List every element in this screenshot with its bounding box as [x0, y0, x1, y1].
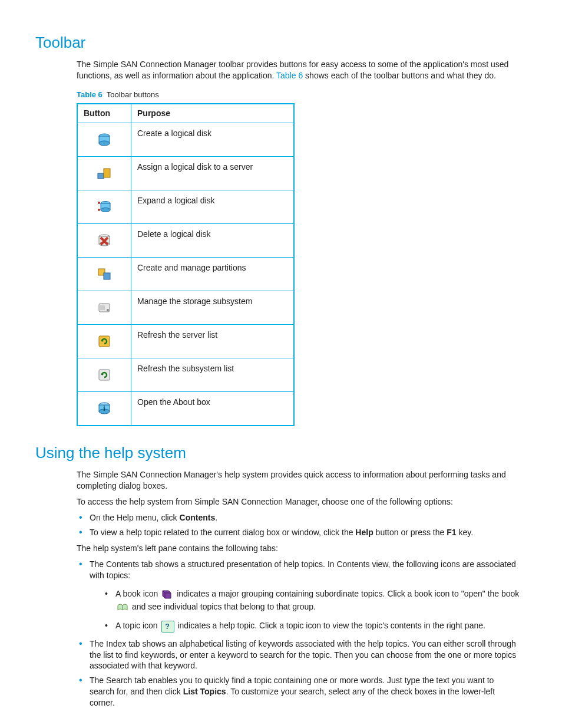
table-6-link[interactable]: Table 6 — [276, 71, 303, 80]
access-options-list: On the Help menu, click Contents. To vie… — [77, 512, 521, 538]
purpose-cell: Delete a logical disk — [131, 224, 295, 258]
expand-logical-disk-icon — [97, 200, 112, 214]
text: indicates a major grouping containing su… — [174, 589, 519, 598]
purpose-cell: Refresh the server list — [131, 325, 295, 358]
table-row: i Open the About box — [77, 392, 294, 426]
table-caption: Table 6 Toolbar buttons — [77, 90, 521, 100]
table-row: Delete a logical disk — [77, 224, 294, 258]
text: indicates a help topic. Click a topic ic… — [176, 621, 485, 630]
index-tab-desc: The Index tab shows an alphabetical list… — [90, 639, 516, 671]
text: key. — [457, 528, 474, 537]
list-item: The Search tab enables you to quickly fi… — [77, 675, 521, 709]
purpose-cell: Open the About box — [131, 392, 295, 426]
list-item: The Index tab shows an alphabetical list… — [77, 638, 521, 672]
text: and see individual topics that belong to… — [130, 602, 316, 611]
section-heading-help-system: Using the help system — [35, 443, 527, 463]
toolbar-intro: The Simple SAN Connection Manager toolba… — [77, 59, 521, 81]
svg-point-2 — [99, 141, 110, 146]
help-p3: The help system's left pane contains the… — [77, 543, 521, 554]
text: . — [215, 513, 217, 522]
list-item: A topic icon ? indicates a help topic. C… — [104, 619, 521, 632]
table-row: Refresh the subsystem list — [77, 358, 294, 392]
about-box-icon: i — [97, 401, 112, 416]
create-manage-partitions-icon — [97, 267, 112, 281]
table-row: Manage the storage subsystem — [77, 291, 294, 325]
bold-contents: Contents — [180, 513, 216, 522]
table-row: Create and manage partitions — [77, 258, 294, 291]
text: To view a help topic related to the curr… — [90, 528, 355, 537]
list-item: To view a help topic related to the curr… — [77, 527, 521, 538]
intro-text-b: shows each of the toolbar buttons and wh… — [303, 71, 496, 80]
contents-tab-desc: The Contents tab shows a structured pres… — [90, 559, 516, 580]
table-row: Expand a logical disk — [77, 190, 294, 224]
refresh-server-list-icon — [97, 334, 112, 348]
text: A topic icon — [115, 621, 160, 630]
table-row: Refresh the server list — [77, 325, 294, 358]
list-item: The Contents tab shows a structured pres… — [77, 559, 521, 633]
th-purpose: Purpose — [131, 104, 295, 123]
svg-rect-3 — [98, 173, 104, 179]
text: button or press the — [373, 528, 447, 537]
table-row: Assign a logical disk to a server — [77, 157, 294, 190]
list-item: A book icon indicates a major grouping c… — [104, 587, 521, 614]
purpose-cell: Manage the storage subsystem — [131, 291, 295, 325]
bold-list-topics: List Topics — [183, 687, 226, 696]
delete-logical-disk-icon — [97, 233, 112, 248]
toolbar-buttons-table: Button Purpose Create a logical disk Ass… — [77, 103, 295, 426]
bold-f1: F1 — [447, 528, 456, 537]
create-logical-disk-icon — [97, 133, 112, 147]
svg-text:?: ? — [165, 622, 170, 631]
svg-point-15 — [107, 309, 109, 311]
svg-rect-14 — [100, 305, 105, 310]
text: On the Help menu, click — [90, 513, 180, 522]
list-item: On the Help menu, click Contents. — [77, 512, 521, 523]
book-closed-icon — [161, 589, 173, 599]
text: A book icon — [115, 589, 160, 598]
help-p1: The Simple SAN Connection Manager's help… — [77, 469, 521, 492]
svg-rect-16 — [99, 336, 110, 347]
purpose-cell: Assign a logical disk to a server — [131, 157, 295, 190]
help-p2: To access the help system from Simple SA… — [77, 496, 521, 508]
table-header-row: Button Purpose — [77, 104, 294, 123]
svg-rect-17 — [99, 370, 110, 380]
section-heading-toolbar: Toolbar — [35, 32, 527, 53]
book-open-icon — [117, 602, 128, 612]
contents-icons-sublist: A book icon indicates a major grouping c… — [104, 587, 521, 633]
th-button: Button — [77, 104, 131, 123]
svg-rect-4 — [104, 169, 110, 177]
manage-storage-subsystem-icon — [97, 301, 112, 315]
purpose-cell: Refresh the subsystem list — [131, 358, 295, 392]
svg-point-7 — [101, 208, 110, 212]
bold-help: Help — [355, 528, 373, 537]
assign-logical-disk-icon — [97, 166, 112, 180]
refresh-subsystem-list-icon — [97, 368, 112, 382]
purpose-cell: Expand a logical disk — [131, 190, 295, 224]
purpose-cell: Create a logical disk — [131, 123, 295, 157]
svg-rect-12 — [104, 273, 110, 279]
table-label: Table 6 — [77, 90, 103, 99]
topic-icon: ? — [161, 621, 174, 633]
table-title: Toolbar buttons — [107, 90, 159, 99]
tabs-list: The Contents tab shows a structured pres… — [77, 559, 521, 709]
table-row: Create a logical disk — [77, 123, 294, 157]
purpose-cell: Create and manage partitions — [131, 258, 295, 291]
